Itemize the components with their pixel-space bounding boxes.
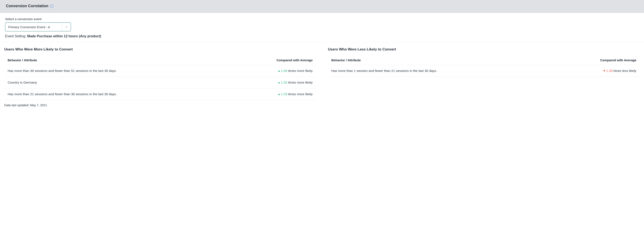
info-icon[interactable]: i (50, 4, 54, 8)
cell-compared: 1.69 times more likely (232, 65, 316, 77)
event-setting-value: Made Purchase within 12 hours (Any produ… (27, 34, 101, 38)
cell-suffix: times more likely (287, 69, 313, 72)
cell-suffix: times less likely (612, 69, 636, 72)
cell-value: 1.03 (281, 92, 287, 96)
footer-last-updated: Data last updated: May 7, 2021 (0, 102, 644, 112)
cell-behavior: Has more than 1 session and fewer than 2… (328, 65, 554, 77)
chevron-down-icon (62, 23, 71, 31)
cell-compared: 1.55 times more likely (232, 77, 316, 88)
cell-behavior: Country is Germany (4, 77, 232, 88)
panel-less-likely-title: Users Who Were Less Likely to Convert (328, 47, 640, 51)
page-title: Conversion Correlation (6, 4, 48, 8)
arrow-up-icon (278, 82, 280, 83)
table-row: Has more than 21 sessions and fewer than… (4, 88, 316, 100)
conversion-event-select[interactable]: Primary Conversion Event - A (5, 22, 71, 31)
panel-more-likely: Users Who Were More Likely to Convert Be… (4, 47, 316, 100)
arrow-up-icon (278, 70, 280, 72)
cell-behavior: Has more than 21 sessions and fewer than… (4, 88, 232, 100)
conversion-event-label: Select a conversion event (5, 17, 639, 21)
col-compared: Compared with Average (554, 55, 640, 65)
table-more-likely: Behavior / Attribute Compared with Avera… (4, 55, 316, 100)
cell-behavior: Has more than 39 sessions and fewer than… (4, 65, 232, 77)
col-behavior: Behavior / Attribute (328, 55, 554, 65)
col-compared: Compared with Average (232, 55, 316, 65)
table-row: Has more than 1 session and fewer than 2… (328, 65, 640, 77)
event-setting: Event Setting: Made Purchase within 12 h… (5, 34, 639, 38)
event-setting-label: Event Setting: (5, 34, 27, 38)
table-row: Has more than 39 sessions and fewer than… (4, 65, 316, 77)
cell-value: 1.69 (281, 69, 287, 72)
cell-compared: 1.03 times more likely (232, 88, 316, 100)
footer-last-updated-label: Data last updated: (4, 103, 30, 107)
cell-suffix: times more likely (287, 92, 313, 96)
col-behavior: Behavior / Attribute (4, 55, 232, 65)
panels: Users Who Were More Likely to Convert Be… (0, 42, 644, 102)
cell-suffix: times more likely (287, 81, 313, 84)
cell-value: 1.55 (281, 81, 287, 84)
table-less-likely: Behavior / Attribute Compared with Avera… (328, 55, 640, 77)
table-row: Country is Germany 1.55 times more likel… (4, 77, 316, 88)
controls-section: Select a conversion event Primary Conver… (0, 13, 644, 42)
cell-compared: 1.33 times less likely (554, 65, 640, 77)
cell-value: 1.33 (606, 69, 612, 72)
header: Conversion Correlation i (0, 0, 644, 13)
conversion-event-select-value: Primary Conversion Event - A (5, 23, 62, 31)
arrow-up-icon (278, 93, 280, 95)
footer-last-updated-value: May 7, 2021 (30, 103, 47, 107)
panel-less-likely: Users Who Were Less Likely to Convert Be… (328, 47, 640, 100)
arrow-down-icon (603, 70, 606, 72)
panel-more-likely-title: Users Who Were More Likely to Convert (4, 47, 316, 51)
